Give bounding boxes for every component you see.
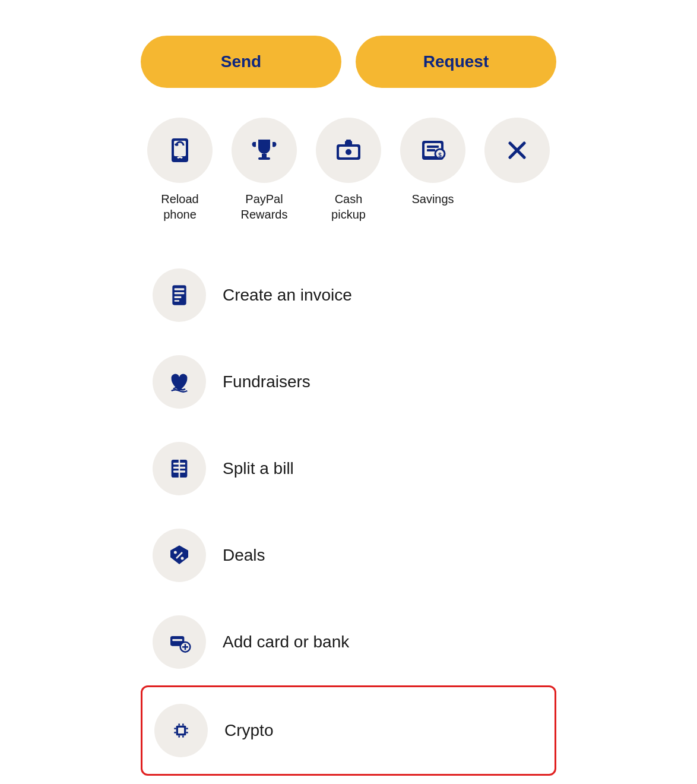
deals-label: Deals <box>223 546 265 565</box>
add-card-icon-circle <box>153 615 206 669</box>
list-item-crypto[interactable]: Crypto <box>141 685 556 776</box>
reload-phone-icon-circle <box>147 118 213 183</box>
svg-rect-11 <box>427 146 439 148</box>
cash-pickup-label: Cashpickup <box>331 191 366 222</box>
create-invoice-label: Create an invoice <box>223 286 352 305</box>
svg-text:$: $ <box>438 152 442 159</box>
cash-pickup-icon-circle <box>316 118 381 183</box>
fundraisers-label: Fundraisers <box>223 372 311 391</box>
split-bill-icon-circle <box>153 442 206 495</box>
list-section: Create an invoice Fundraisers <box>141 252 556 776</box>
svg-point-27 <box>174 551 177 554</box>
fundraisers-icon-circle <box>153 355 206 409</box>
trophy-icon <box>250 136 278 165</box>
svg-rect-3 <box>258 157 270 160</box>
svg-rect-1 <box>174 141 186 156</box>
add-card-icon <box>167 630 191 654</box>
svg-point-28 <box>181 557 184 560</box>
savings-label: Savings <box>411 191 454 207</box>
reload-phone-icon <box>166 136 194 165</box>
close-icon-circle <box>484 118 550 183</box>
cash-pickup-icon <box>334 136 363 165</box>
svg-rect-35 <box>178 728 184 734</box>
close-icon <box>503 136 531 165</box>
send-button[interactable]: Send <box>141 36 341 88</box>
add-card-bank-label: Add card or bank <box>223 633 349 652</box>
invoice-icon <box>167 283 191 307</box>
deals-icon-circle <box>153 529 206 582</box>
invoice-icon-circle <box>153 268 206 322</box>
svg-rect-8 <box>346 140 351 142</box>
paypal-rewards-icon-circle <box>232 118 297 183</box>
savings-icon: $ <box>419 136 447 165</box>
crypto-label: Crypto <box>224 721 273 740</box>
reload-phone-label: Reloadphone <box>161 191 198 222</box>
close-label <box>515 191 519 207</box>
request-button[interactable]: Request <box>356 36 556 88</box>
svg-rect-21 <box>175 300 179 302</box>
svg-rect-19 <box>175 292 185 294</box>
paypal-rewards-label: PayPalRewards <box>241 191 288 222</box>
list-item-deals[interactable]: Deals <box>141 512 556 599</box>
svg-rect-18 <box>175 288 185 290</box>
list-item-add-card-bank[interactable]: Add card or bank <box>141 599 556 685</box>
svg-rect-12 <box>427 149 435 151</box>
list-item-fundraisers[interactable]: Fundraisers <box>141 339 556 425</box>
list-item-split-bill[interactable]: Split a bill <box>141 425 556 512</box>
svg-rect-30 <box>172 639 182 641</box>
top-buttons-row: Send Request <box>141 36 556 88</box>
quick-action-savings[interactable]: $ Savings <box>394 118 472 207</box>
quick-action-close[interactable] <box>478 118 556 207</box>
svg-rect-20 <box>175 296 182 298</box>
split-bill-label: Split a bill <box>223 459 294 478</box>
main-container: Send Request Reloadphone <box>141 36 556 776</box>
list-item-create-invoice[interactable]: Create an invoice <box>141 252 556 339</box>
quick-action-paypal-rewards[interactable]: PayPalRewards <box>225 118 303 222</box>
crypto-icon <box>169 719 193 742</box>
crypto-icon-circle <box>154 704 208 757</box>
svg-rect-2 <box>262 154 267 157</box>
quick-actions-grid: Reloadphone PayPalRewards <box>141 118 556 222</box>
split-bill-icon <box>167 457 191 480</box>
savings-icon-circle: $ <box>400 118 465 183</box>
quick-action-cash-pickup[interactable]: Cashpickup <box>309 118 388 222</box>
svg-point-6 <box>346 149 351 155</box>
deals-icon <box>167 543 191 567</box>
fundraisers-icon <box>167 370 191 394</box>
quick-action-reload-phone[interactable]: Reloadphone <box>141 118 219 222</box>
